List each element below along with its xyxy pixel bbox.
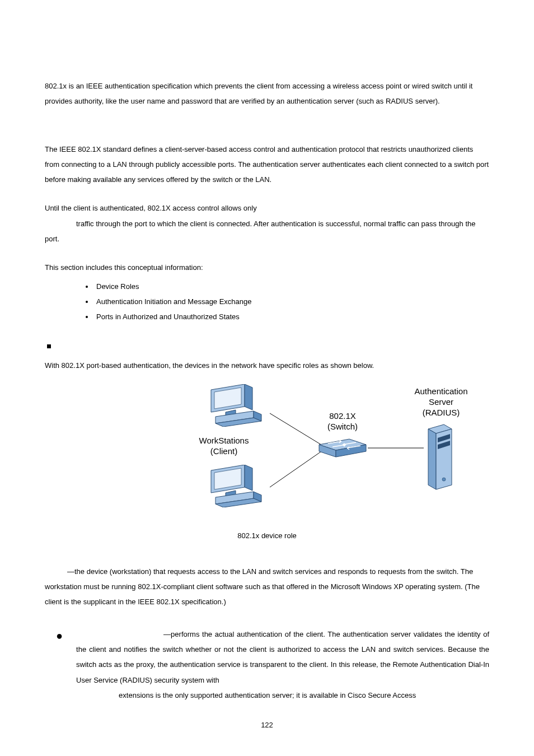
svg-point-25 xyxy=(442,478,446,481)
figure-caption: 802.1x device role xyxy=(45,528,489,543)
svg-marker-4 xyxy=(245,384,252,410)
svg-line-1 xyxy=(270,450,323,487)
auth-flow-line-2: traffic through the port to which the cl… xyxy=(45,216,489,247)
workstations-label: WorkStations(Client) xyxy=(188,436,260,457)
square-bullet-icon xyxy=(47,344,51,348)
device-role-figure: WorkStations(Client) 802.1X(Switch) Auth… xyxy=(45,381,489,544)
client-description: —the device (workstation) that requests … xyxy=(45,564,489,610)
server-label: AuthenticationServer(RADIUS) xyxy=(399,386,483,418)
server-icon xyxy=(427,423,453,491)
intro-paragraph-2: The IEEE 802.1X standard defines a clien… xyxy=(45,142,489,188)
auth-server-bullet: ● —performs the actual authentication of… xyxy=(45,627,489,703)
svg-marker-11 xyxy=(245,465,252,491)
concept-list: Device Roles Authentication Initiation a… xyxy=(45,279,489,325)
section-includes: This section includes this conceptual in… xyxy=(45,260,489,275)
auth-flow-line-1: Until the client is authenticated, 802.1… xyxy=(45,200,489,216)
list-item: Ports in Authorized and Unauthorized Sta… xyxy=(94,309,489,324)
svg-marker-21 xyxy=(428,429,436,489)
switch-icon xyxy=(317,437,368,459)
workstation-bottom-icon xyxy=(205,465,273,507)
auth-server-text-a: —performs the actual authentication of t… xyxy=(76,630,489,684)
list-item: Authentication Initiation and Message Ex… xyxy=(94,294,489,309)
workstation-top-icon xyxy=(205,384,273,427)
list-item: Device Roles xyxy=(94,279,489,294)
page-number: 122 xyxy=(45,717,489,732)
intro-paragraph-1: 802.1x is an IEEE authentication specifi… xyxy=(45,78,489,109)
roles-intro: With 802.1X port-based authentication, t… xyxy=(45,358,489,373)
auth-server-text-b: extensions is the only supported authent… xyxy=(119,691,416,699)
bullet-icon: ● xyxy=(56,629,63,703)
switch-label: 802.1X(Switch) xyxy=(312,411,373,432)
